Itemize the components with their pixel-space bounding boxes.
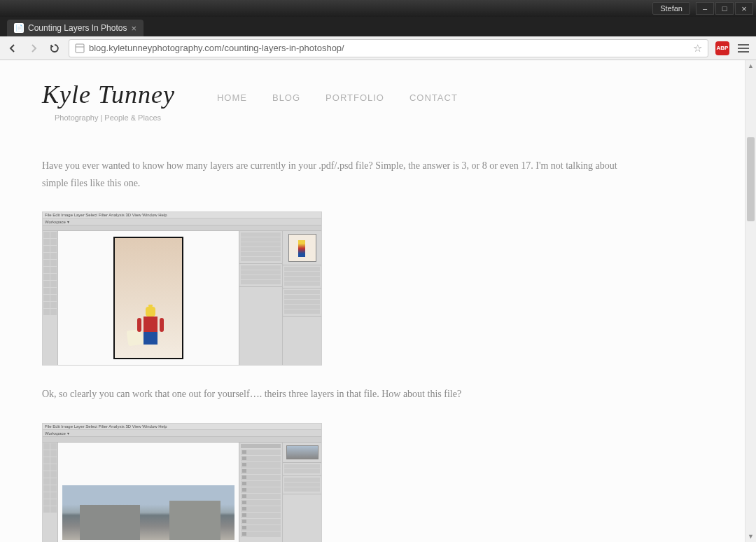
site-logo: Kyle Tunney [42, 80, 175, 109]
nav-blog[interactable]: BLOG [272, 92, 300, 103]
ps-navigator-panel-2 [283, 443, 321, 463]
nav-contact[interactable]: CONTACT [410, 92, 458, 103]
ps-toolbox [43, 231, 58, 365]
primary-nav: HOME BLOG PORTFOLIO CONTACT [217, 92, 458, 103]
ps-menubar-2: File Edit Image Layer Select Filter Anal… [43, 424, 321, 430]
browser-viewport: Kyle Tunney Photography | People & Place… [0, 60, 756, 542]
nav-portfolio[interactable]: PORTFOLIO [326, 92, 384, 103]
site-logo-block[interactable]: Kyle Tunney Photography | People & Place… [42, 80, 175, 122]
chrome-menu-button[interactable] [736, 41, 750, 55]
page-content: Kyle Tunney Photography | People & Place… [0, 60, 745, 542]
article-body: Have you ever wanted to know how many la… [0, 129, 672, 542]
photoshop-screenshot-1[interactable]: File Edit Image Layer Select Filter Anal… [42, 211, 322, 366]
vertical-scrollbar[interactable]: ▲ ▼ [745, 60, 756, 542]
window-maximize-button[interactable]: □ [715, 2, 734, 15]
ps-panels-middle [239, 231, 282, 365]
site-header: Kyle Tunney Photography | People & Place… [0, 60, 745, 129]
browser-toolbar: ☆ ABP [0, 36, 756, 60]
forward-button[interactable] [27, 41, 41, 55]
window-minimize-button[interactable]: – [696, 2, 714, 15]
article-paragraph-1: Have you ever wanted to know how many la… [42, 157, 630, 192]
ps-navigator-panel [283, 231, 321, 265]
ps-document-image [113, 237, 183, 359]
browser-tab-strip: 📄 Counting Layers In Photos × [0, 17, 756, 36]
ps-panorama-image [62, 485, 234, 540]
scroll-thumb[interactable] [747, 137, 755, 221]
ps-option-bar: Workspace ▾ [43, 218, 321, 225]
ps-option-bar-2: Workspace ▾ [43, 430, 321, 437]
browser-tab-active[interactable]: 📄 Counting Layers In Photos × [7, 20, 144, 36]
page-favicon-icon: 📄 [14, 23, 24, 33]
tab-close-icon[interactable]: × [131, 23, 136, 34]
site-tagline: Photography | People & Places [55, 113, 175, 122]
back-button[interactable] [6, 41, 20, 55]
address-bar[interactable]: ☆ [69, 39, 708, 57]
ps-menubar: File Edit Image Layer Select Filter Anal… [43, 212, 321, 218]
ps-layers-panel [283, 289, 321, 317]
ps-layers-panel-2 [239, 443, 282, 542]
photoshop-screenshot-2[interactable]: File Edit Image Layer Select Filter Anal… [42, 423, 322, 542]
window-titlebar: Stefan – □ × [0, 0, 756, 17]
reload-button[interactable] [48, 41, 62, 55]
window-close-button[interactable]: × [735, 2, 753, 15]
window-user-label[interactable]: Stefan [652, 2, 690, 15]
browser-tab-title: Counting Layers In Photos [28, 23, 127, 33]
scroll-up-arrow-icon[interactable]: ▲ [746, 60, 756, 71]
svg-rect-0 [76, 44, 84, 53]
ps-panels-right [282, 231, 321, 365]
ps-toolbox-2 [43, 443, 58, 542]
nav-home[interactable]: HOME [217, 92, 247, 103]
ps-canvas [58, 231, 239, 365]
url-input[interactable] [89, 43, 689, 53]
site-info-icon[interactable] [75, 43, 85, 53]
ps-ruler [43, 225, 321, 231]
bookmark-star-icon[interactable]: ☆ [693, 42, 702, 55]
adblock-extension-icon[interactable]: ABP [715, 41, 729, 55]
ps-canvas-2 [58, 443, 239, 542]
ps-ruler-2 [43, 437, 321, 443]
article-paragraph-2: Ok, so clearly you can work that one out… [42, 385, 630, 403]
scroll-down-arrow-icon[interactable]: ▼ [746, 531, 756, 542]
lego-figure [140, 307, 161, 345]
ps-panels-right-2 [282, 443, 321, 542]
